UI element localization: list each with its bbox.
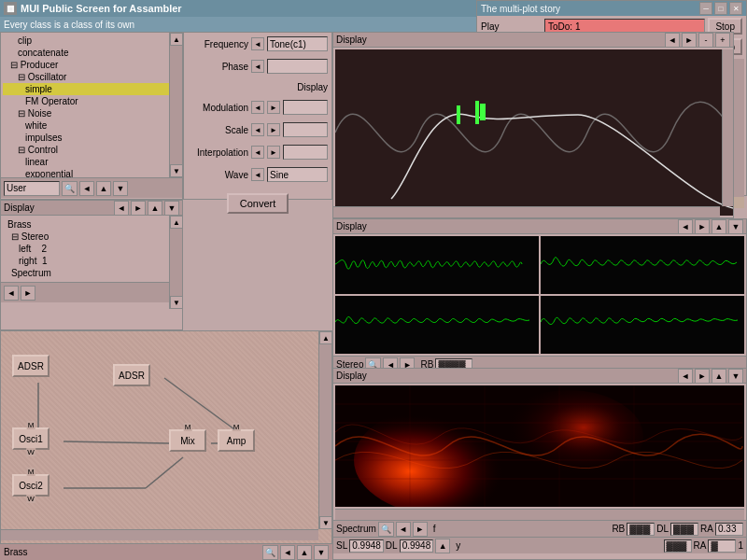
spec-hscroll[interactable] [335,509,744,520]
multiplot-close[interactable]: ✕ [729,2,742,15]
scale-arrow-r[interactable]: ► [267,123,280,136]
spec-btn-r[interactable]: ► [695,369,710,384]
status-btn3[interactable]: ▼ [314,545,329,560]
spec-search[interactable]: 🔍 [378,522,394,537]
ld-btn2[interactable]: ► [131,201,146,216]
ld-left[interactable]: left 2 [4,243,179,255]
waveform-grid [333,234,746,356]
mod-arrow-l[interactable]: ◄ [251,101,264,114]
sd-btn-l[interactable]: ◄ [678,219,693,234]
ld-right[interactable]: right 1 [4,255,179,267]
wave-scroll-r[interactable]: ► [682,33,697,48]
spec-rb2: ▓▓▓ [664,539,692,553]
wave-scroll-l[interactable]: ◄ [665,33,680,48]
scale-value[interactable] [283,122,328,137]
patch-scroll-down[interactable]: ▼ [319,516,332,529]
phase-arrow[interactable]: ◄ [251,60,264,73]
tree-item-producer[interactable]: ⊟ Producer [3,59,169,71]
tree-item-exponential[interactable]: exponential [3,168,169,177]
patch-hscroll[interactable] [1,529,318,540]
amp-node[interactable]: M Amp [218,429,255,452]
tree-item[interactable]: clip [3,35,169,47]
tree-item-control[interactable]: ⊟ Control [3,144,169,156]
patch-scroll-up[interactable]: ▲ [319,331,332,344]
spec-ra-num: 1 [738,540,743,551]
spec-arrow[interactable]: ▲ [435,539,450,553]
multiplot-vscroll[interactable] [733,59,744,197]
osci2-node[interactable]: M Osci2 W [12,474,49,497]
adsr2-node[interactable]: ADSR [113,364,150,386]
ld-stereo[interactable]: ⊟ Stereo [4,231,179,243]
adsr1-node[interactable]: ADSR [12,355,49,377]
spec-btn-u[interactable]: ▲ [712,369,726,384]
wave-zoom-in[interactable]: + [715,33,730,48]
patch-vscroll[interactable]: ▲ ▼ [318,331,331,529]
left-display-panel: Display ◄ ► ▲ ▼ Brass ⊟ Stereo left 2 ri… [0,200,183,330]
multiplot-max[interactable]: □ [714,2,727,15]
wave-hscroll[interactable] [333,206,720,217]
tree-item-impulses[interactable]: impulses [3,132,169,144]
wave-zoom-out[interactable]: - [698,33,713,48]
tree-search-btn[interactable]: 🔍 [62,181,78,196]
spec-btn1[interactable]: ◄ [396,522,411,537]
ld-vscroll[interactable]: ▲ ▼ [169,216,182,309]
tree-item-noise[interactable]: ⊟ Noise [3,107,169,119]
wave-arrow-l[interactable]: ◄ [251,168,264,181]
multiplot-min[interactable]: ─ [699,2,712,15]
frequency-label: Frequency [188,39,248,49]
tree-item-linear[interactable]: linear [3,156,169,168]
spec-sl-label: SL [336,540,347,551]
ld-scroll-l[interactable]: ◄ [4,286,19,301]
tree-item-white[interactable]: white [3,119,169,132]
ld-btn3[interactable]: ▲ [148,201,162,216]
mix-node[interactable]: M Mix [169,429,206,452]
ld-scroll-up[interactable]: ▲ [170,216,183,229]
spec-f-label: f [433,524,436,534]
ld-scroll-down[interactable]: ▼ [170,296,183,309]
wave-vscroll[interactable] [722,49,733,206]
frequency-value[interactable]: Tone(c1) [267,36,328,51]
modulation-row: Modulation ◄ ► [184,96,331,119]
tree-item-fm[interactable]: FM Operator [3,95,169,107]
ld-btn4[interactable]: ▼ [164,201,179,216]
tree-item-oscillator[interactable]: ⊟ Oscillator [3,71,169,83]
tree-vscroll[interactable]: ▲ ▼ [169,33,182,177]
tree-btn3[interactable]: ▼ [113,181,128,196]
status-search[interactable]: 🔍 [262,545,278,560]
sd-btn-r[interactable]: ► [695,219,710,234]
phase-value[interactable] [267,59,328,74]
ld-brass[interactable]: Brass [4,218,179,231]
interp-arrow-r[interactable]: ► [267,146,280,159]
status-btn1[interactable]: ◄ [280,545,295,560]
spec-btn-l[interactable]: ◄ [678,369,693,384]
ld-scroll-r[interactable]: ► [21,286,35,301]
osci1-node[interactable]: M Osci1 W [12,427,49,450]
tree-item[interactable]: concatenate [3,47,169,59]
ld-btn1[interactable]: ◄ [114,201,129,216]
mod-arrow-r[interactable]: ► [267,101,280,114]
tree-scroll-up[interactable]: ▲ [170,33,183,46]
spec-btn2[interactable]: ► [413,522,428,537]
status-btn2[interactable]: ▲ [297,545,312,560]
spec-btn-d[interactable]: ▼ [728,369,743,384]
scale-arrow-l[interactable]: ◄ [251,123,264,136]
tree-btn1[interactable]: ◄ [79,181,94,196]
spec-ra2-label: RA [694,540,707,551]
sd-btn-u[interactable]: ▲ [712,219,726,234]
tree-search-input[interactable] [4,181,60,196]
spectrum-canvas [335,385,744,507]
ld-spectrum[interactable]: Spectrum [4,267,179,279]
freq-arrow-left[interactable]: ◄ [251,37,264,50]
convert-btn[interactable]: Convert [227,193,289,214]
app-subtitle: Every class is a class of its own [4,20,134,30]
sd-btn-d[interactable]: ▼ [728,219,743,234]
tree-item-simple[interactable]: simple [3,83,169,95]
stereo-display-label: Display [336,221,367,231]
interp-arrow-l[interactable]: ◄ [251,146,264,159]
display-label: Display [297,82,328,92]
interpolation-value[interactable] [283,145,328,160]
modulation-value[interactable] [283,100,328,115]
tree-btn2[interactable]: ▲ [96,181,111,196]
tree-scroll-down[interactable]: ▼ [170,164,183,177]
wave-value[interactable]: Sine [267,167,328,182]
